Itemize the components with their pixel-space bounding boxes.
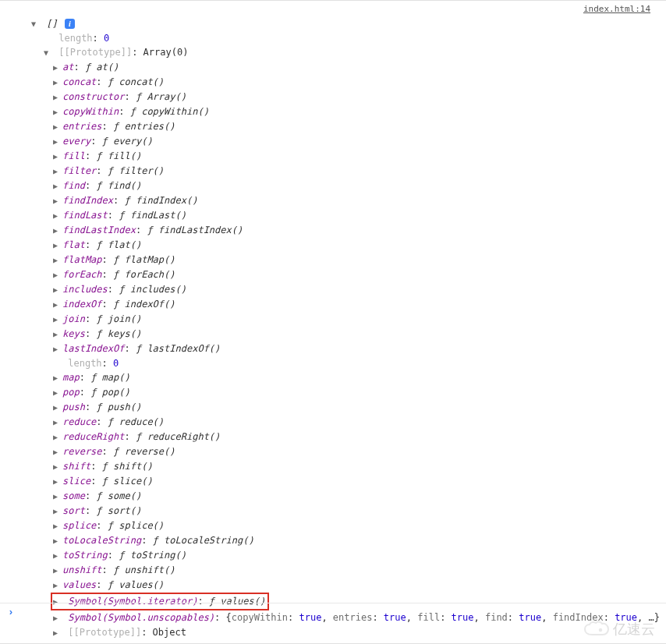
expand-icon[interactable]	[53, 224, 61, 238]
info-icon[interactable]: i	[65, 19, 75, 29]
method-row[interactable]: flatMap: ƒ flatMap()	[31, 253, 658, 267]
method-row[interactable]: toString: ƒ toString()	[31, 548, 658, 563]
function-name: reduce()	[119, 416, 164, 427]
function-marker: ƒ	[102, 461, 113, 472]
expand-icon[interactable]	[53, 564, 61, 578]
method-row[interactable]: findLast: ƒ findLast()	[31, 208, 658, 223]
method-row[interactable]: indexOf: ƒ indexOf()	[31, 297, 658, 312]
method-row[interactable]: push: ƒ push()	[31, 400, 658, 415]
expand-icon[interactable]	[53, 430, 61, 444]
expand-icon[interactable]	[53, 371, 61, 385]
method-row[interactable]: find: ƒ find()	[31, 179, 658, 193]
expand-icon[interactable]	[53, 504, 61, 518]
property-value: Array(0)	[143, 47, 189, 58]
expand-icon[interactable]	[53, 194, 61, 208]
method-row[interactable]: unshift: ƒ unshift()	[31, 563, 658, 578]
expand-icon[interactable]	[53, 519, 61, 533]
method-row[interactable]: every: ƒ every()	[31, 134, 658, 149]
expand-icon[interactable]	[53, 401, 61, 415]
method-row[interactable]: filter: ƒ filter()	[31, 164, 658, 179]
expand-icon[interactable]	[53, 150, 61, 164]
expand-icon[interactable]	[53, 165, 61, 179]
property-key: reverse	[62, 446, 102, 457]
method-row[interactable]: copyWithin: ƒ copyWithin()	[31, 104, 658, 119]
expand-icon[interactable]	[53, 626, 61, 640]
function-marker: ƒ	[96, 239, 107, 250]
method-row[interactable]: findIndex: ƒ findIndex()	[31, 193, 658, 208]
method-row[interactable]: lastIndexOf: ƒ lastIndexOf()	[31, 341, 658, 356]
method-row[interactable]: entries: ƒ entries()	[31, 119, 658, 134]
expand-icon[interactable]	[53, 283, 61, 297]
expand-icon[interactable]	[31, 17, 39, 31]
expand-icon[interactable]	[53, 298, 61, 312]
method-row[interactable]: pop: ƒ pop()	[31, 385, 658, 400]
method-row[interactable]: values: ƒ values()	[31, 578, 658, 593]
property-key: length	[68, 358, 101, 369]
expand-icon[interactable]	[53, 534, 61, 548]
method-row[interactable]: splice: ƒ splice()	[31, 518, 658, 533]
method-row[interactable]: reverse: ƒ reverse()	[31, 444, 658, 459]
expand-icon[interactable]	[53, 445, 61, 459]
property-key: pop	[62, 387, 80, 398]
expand-icon[interactable]	[53, 313, 61, 327]
function-name: push()	[108, 402, 141, 412]
expand-icon[interactable]	[53, 342, 61, 356]
method-row[interactable]: fill: ƒ fill()	[31, 149, 658, 164]
expand-icon[interactable]	[53, 490, 61, 504]
property-key: every	[62, 136, 90, 147]
function-marker: ƒ	[108, 416, 119, 427]
method-row[interactable]: flat: ƒ flat()	[31, 238, 658, 253]
method-row[interactable]: reduce: ƒ reduce()	[31, 415, 658, 430]
function-marker: ƒ	[136, 91, 147, 102]
method-row[interactable]: forEach: ƒ forEach()	[31, 267, 658, 282]
method-row[interactable]: constructor: ƒ Array()	[31, 90, 658, 104]
expand-icon[interactable]	[53, 268, 61, 282]
expand-icon[interactable]	[53, 135, 61, 149]
method-row[interactable]: reduceRight: ƒ reduceRight()	[31, 430, 658, 444]
prototype-row[interactable]: [[Prototype]]: Array(0)	[31, 45, 658, 60]
expand-icon[interactable]	[53, 179, 61, 193]
expand-icon[interactable]	[53, 76, 61, 90]
expand-icon[interactable]	[53, 253, 61, 267]
expand-icon[interactable]	[53, 475, 61, 489]
function-marker: ƒ	[113, 269, 124, 280]
expand-icon[interactable]	[53, 416, 61, 430]
expand-icon[interactable]	[53, 460, 61, 474]
method-row[interactable]: sort: ƒ sort()	[31, 504, 658, 518]
expand-icon[interactable]	[53, 239, 61, 253]
method-row[interactable]: at: ƒ at()	[31, 60, 658, 75]
property-key: find	[62, 180, 85, 191]
property-key: flatMap	[62, 254, 102, 265]
method-row[interactable]: join: ƒ join()	[31, 312, 658, 327]
expand-icon[interactable]	[44, 46, 51, 60]
method-row[interactable]: slice: ƒ slice()	[31, 474, 658, 489]
expand-icon[interactable]	[53, 120, 61, 134]
console-prompt[interactable]: ›	[0, 603, 666, 621]
method-row[interactable]: map: ƒ map()	[31, 370, 658, 385]
property-key: shift	[62, 461, 90, 472]
expand-icon[interactable]	[53, 579, 61, 593]
property-key: fill	[62, 150, 85, 161]
inner-prototype-row[interactable]: [[Prototype]]: Object	[31, 625, 658, 640]
method-row[interactable]: findLastIndex: ƒ findLastIndex()	[31, 223, 658, 238]
property-key: slice	[62, 476, 90, 487]
expand-icon[interactable]	[53, 90, 61, 104]
source-link[interactable]: index.html:14	[583, 4, 650, 14]
method-row[interactable]: keys: ƒ keys()	[31, 327, 658, 341]
expand-icon[interactable]	[53, 549, 61, 563]
method-row[interactable]: shift: ƒ shift()	[31, 459, 658, 474]
method-row[interactable]: includes: ƒ includes()	[31, 282, 658, 297]
expand-icon[interactable]	[53, 105, 61, 119]
method-row[interactable]: toLocaleString: ƒ toLocaleString()	[31, 533, 658, 548]
expand-icon[interactable]	[53, 386, 61, 400]
expand-icon[interactable]	[53, 327, 61, 341]
root-row[interactable]: [] i	[31, 16, 658, 31]
expand-icon[interactable]	[53, 61, 61, 75]
function-name: entries()	[124, 121, 175, 132]
expand-icon[interactable]	[53, 209, 61, 223]
method-row[interactable]: concat: ƒ concat()	[31, 75, 658, 90]
method-row[interactable]: some: ƒ some()	[31, 489, 658, 504]
function-name: copyWithin()	[141, 106, 209, 117]
inner-length-row: length: 0	[31, 356, 658, 370]
function-marker: ƒ	[119, 210, 129, 221]
